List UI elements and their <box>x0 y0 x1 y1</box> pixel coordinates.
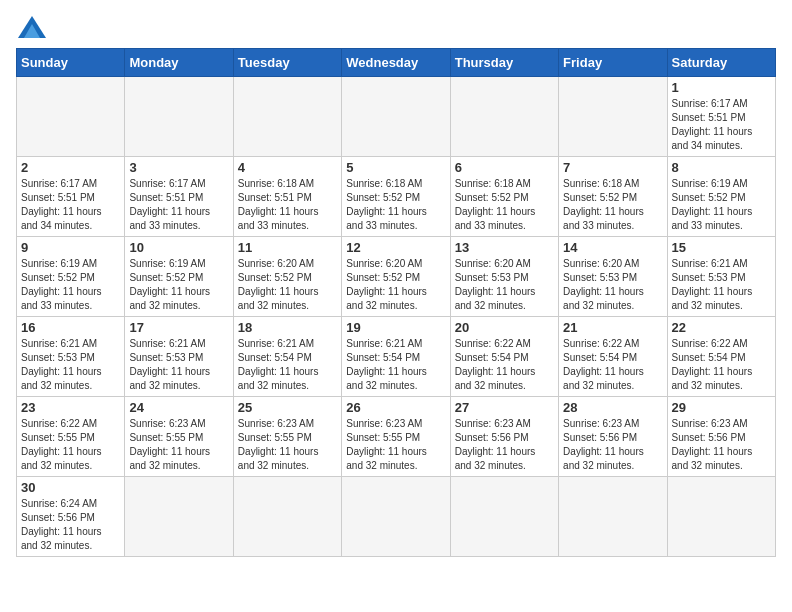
day-info: Sunrise: 6:23 AM Sunset: 5:56 PM Dayligh… <box>563 417 662 473</box>
day-info: Sunrise: 6:19 AM Sunset: 5:52 PM Dayligh… <box>129 257 228 313</box>
day-number: 28 <box>563 400 662 415</box>
calendar-cell: 18Sunrise: 6:21 AM Sunset: 5:54 PM Dayli… <box>233 317 341 397</box>
day-number: 4 <box>238 160 337 175</box>
calendar-cell: 4Sunrise: 6:18 AM Sunset: 5:51 PM Daylig… <box>233 157 341 237</box>
page-header <box>16 16 776 38</box>
calendar-cell: 2Sunrise: 6:17 AM Sunset: 5:51 PM Daylig… <box>17 157 125 237</box>
calendar-cell: 15Sunrise: 6:21 AM Sunset: 5:53 PM Dayli… <box>667 237 775 317</box>
day-header-wednesday: Wednesday <box>342 49 450 77</box>
calendar-cell <box>125 477 233 557</box>
day-info: Sunrise: 6:18 AM Sunset: 5:52 PM Dayligh… <box>346 177 445 233</box>
calendar-cell <box>233 477 341 557</box>
day-info: Sunrise: 6:23 AM Sunset: 5:55 PM Dayligh… <box>129 417 228 473</box>
calendar-cell <box>17 77 125 157</box>
calendar-cell: 24Sunrise: 6:23 AM Sunset: 5:55 PM Dayli… <box>125 397 233 477</box>
day-header-tuesday: Tuesday <box>233 49 341 77</box>
day-number: 2 <box>21 160 120 175</box>
calendar-cell: 26Sunrise: 6:23 AM Sunset: 5:55 PM Dayli… <box>342 397 450 477</box>
day-info: Sunrise: 6:24 AM Sunset: 5:56 PM Dayligh… <box>21 497 120 553</box>
calendar-cell: 20Sunrise: 6:22 AM Sunset: 5:54 PM Dayli… <box>450 317 558 397</box>
day-info: Sunrise: 6:19 AM Sunset: 5:52 PM Dayligh… <box>21 257 120 313</box>
day-info: Sunrise: 6:21 AM Sunset: 5:53 PM Dayligh… <box>129 337 228 393</box>
day-number: 27 <box>455 400 554 415</box>
day-number: 3 <box>129 160 228 175</box>
calendar-cell <box>667 477 775 557</box>
day-number: 26 <box>346 400 445 415</box>
day-number: 15 <box>672 240 771 255</box>
day-info: Sunrise: 6:18 AM Sunset: 5:51 PM Dayligh… <box>238 177 337 233</box>
calendar-cell: 11Sunrise: 6:20 AM Sunset: 5:52 PM Dayli… <box>233 237 341 317</box>
day-info: Sunrise: 6:21 AM Sunset: 5:53 PM Dayligh… <box>672 257 771 313</box>
day-number: 14 <box>563 240 662 255</box>
day-number: 7 <box>563 160 662 175</box>
calendar-cell: 5Sunrise: 6:18 AM Sunset: 5:52 PM Daylig… <box>342 157 450 237</box>
day-number: 19 <box>346 320 445 335</box>
day-number: 17 <box>129 320 228 335</box>
day-number: 25 <box>238 400 337 415</box>
calendar-cell: 14Sunrise: 6:20 AM Sunset: 5:53 PM Dayli… <box>559 237 667 317</box>
day-info: Sunrise: 6:23 AM Sunset: 5:56 PM Dayligh… <box>455 417 554 473</box>
day-header-thursday: Thursday <box>450 49 558 77</box>
calendar-week-3: 9Sunrise: 6:19 AM Sunset: 5:52 PM Daylig… <box>17 237 776 317</box>
calendar-cell <box>559 77 667 157</box>
day-info: Sunrise: 6:18 AM Sunset: 5:52 PM Dayligh… <box>563 177 662 233</box>
day-info: Sunrise: 6:23 AM Sunset: 5:55 PM Dayligh… <box>346 417 445 473</box>
day-info: Sunrise: 6:22 AM Sunset: 5:54 PM Dayligh… <box>455 337 554 393</box>
day-info: Sunrise: 6:22 AM Sunset: 5:55 PM Dayligh… <box>21 417 120 473</box>
day-info: Sunrise: 6:18 AM Sunset: 5:52 PM Dayligh… <box>455 177 554 233</box>
calendar-cell: 1Sunrise: 6:17 AM Sunset: 5:51 PM Daylig… <box>667 77 775 157</box>
day-number: 6 <box>455 160 554 175</box>
day-header-saturday: Saturday <box>667 49 775 77</box>
calendar-week-5: 23Sunrise: 6:22 AM Sunset: 5:55 PM Dayli… <box>17 397 776 477</box>
day-number: 13 <box>455 240 554 255</box>
day-number: 22 <box>672 320 771 335</box>
day-number: 8 <box>672 160 771 175</box>
calendar-table: SundayMondayTuesdayWednesdayThursdayFrid… <box>16 48 776 557</box>
calendar-cell: 23Sunrise: 6:22 AM Sunset: 5:55 PM Dayli… <box>17 397 125 477</box>
calendar-cell: 28Sunrise: 6:23 AM Sunset: 5:56 PM Dayli… <box>559 397 667 477</box>
day-info: Sunrise: 6:17 AM Sunset: 5:51 PM Dayligh… <box>129 177 228 233</box>
day-info: Sunrise: 6:20 AM Sunset: 5:53 PM Dayligh… <box>563 257 662 313</box>
day-number: 29 <box>672 400 771 415</box>
calendar-week-1: 1Sunrise: 6:17 AM Sunset: 5:51 PM Daylig… <box>17 77 776 157</box>
calendar-cell <box>450 477 558 557</box>
day-info: Sunrise: 6:17 AM Sunset: 5:51 PM Dayligh… <box>672 97 771 153</box>
calendar-cell <box>342 477 450 557</box>
calendar-cell: 17Sunrise: 6:21 AM Sunset: 5:53 PM Dayli… <box>125 317 233 397</box>
logo-icon <box>18 16 46 38</box>
calendar-cell: 29Sunrise: 6:23 AM Sunset: 5:56 PM Dayli… <box>667 397 775 477</box>
logo <box>16 16 46 38</box>
calendar-cell: 27Sunrise: 6:23 AM Sunset: 5:56 PM Dayli… <box>450 397 558 477</box>
day-header-sunday: Sunday <box>17 49 125 77</box>
day-number: 30 <box>21 480 120 495</box>
calendar-cell: 6Sunrise: 6:18 AM Sunset: 5:52 PM Daylig… <box>450 157 558 237</box>
day-number: 21 <box>563 320 662 335</box>
day-info: Sunrise: 6:20 AM Sunset: 5:53 PM Dayligh… <box>455 257 554 313</box>
calendar-cell: 21Sunrise: 6:22 AM Sunset: 5:54 PM Dayli… <box>559 317 667 397</box>
day-info: Sunrise: 6:21 AM Sunset: 5:54 PM Dayligh… <box>346 337 445 393</box>
calendar-header-row: SundayMondayTuesdayWednesdayThursdayFrid… <box>17 49 776 77</box>
calendar-week-6: 30Sunrise: 6:24 AM Sunset: 5:56 PM Dayli… <box>17 477 776 557</box>
calendar-cell: 22Sunrise: 6:22 AM Sunset: 5:54 PM Dayli… <box>667 317 775 397</box>
calendar-cell: 25Sunrise: 6:23 AM Sunset: 5:55 PM Dayli… <box>233 397 341 477</box>
day-info: Sunrise: 6:20 AM Sunset: 5:52 PM Dayligh… <box>346 257 445 313</box>
day-info: Sunrise: 6:21 AM Sunset: 5:54 PM Dayligh… <box>238 337 337 393</box>
calendar-cell: 19Sunrise: 6:21 AM Sunset: 5:54 PM Dayli… <box>342 317 450 397</box>
day-info: Sunrise: 6:19 AM Sunset: 5:52 PM Dayligh… <box>672 177 771 233</box>
calendar-cell: 3Sunrise: 6:17 AM Sunset: 5:51 PM Daylig… <box>125 157 233 237</box>
calendar-cell: 13Sunrise: 6:20 AM Sunset: 5:53 PM Dayli… <box>450 237 558 317</box>
day-info: Sunrise: 6:17 AM Sunset: 5:51 PM Dayligh… <box>21 177 120 233</box>
day-info: Sunrise: 6:21 AM Sunset: 5:53 PM Dayligh… <box>21 337 120 393</box>
calendar-cell: 8Sunrise: 6:19 AM Sunset: 5:52 PM Daylig… <box>667 157 775 237</box>
calendar-cell: 10Sunrise: 6:19 AM Sunset: 5:52 PM Dayli… <box>125 237 233 317</box>
day-info: Sunrise: 6:23 AM Sunset: 5:55 PM Dayligh… <box>238 417 337 473</box>
day-number: 11 <box>238 240 337 255</box>
day-info: Sunrise: 6:23 AM Sunset: 5:56 PM Dayligh… <box>672 417 771 473</box>
day-number: 10 <box>129 240 228 255</box>
calendar-cell: 30Sunrise: 6:24 AM Sunset: 5:56 PM Dayli… <box>17 477 125 557</box>
day-number: 23 <box>21 400 120 415</box>
calendar-cell <box>125 77 233 157</box>
calendar-cell: 16Sunrise: 6:21 AM Sunset: 5:53 PM Dayli… <box>17 317 125 397</box>
calendar-cell: 7Sunrise: 6:18 AM Sunset: 5:52 PM Daylig… <box>559 157 667 237</box>
calendar-cell <box>559 477 667 557</box>
